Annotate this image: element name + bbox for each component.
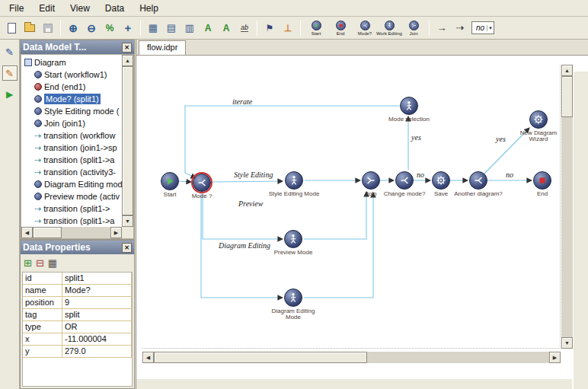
scrollbar-thumb[interactable] xyxy=(154,352,367,363)
zoom-in-icon[interactable]: ⊕ xyxy=(65,19,81,37)
menu-data[interactable]: Data xyxy=(97,1,132,16)
toolbar-separator xyxy=(300,21,301,36)
node-label: Style Editing Mode xyxy=(268,191,320,197)
property-row: type OR xyxy=(23,321,132,333)
edge-label: iterate xyxy=(232,97,252,106)
save-icon[interactable] xyxy=(40,19,56,37)
tree-item[interactable]: ⇢transition (workflow xyxy=(21,129,122,142)
chevron-down-icon: ▾ xyxy=(487,25,492,31)
layout-graph-icon[interactable]: A xyxy=(218,19,235,37)
editor-body: iterateStyle EditingPreviewDiagram Editi… xyxy=(136,56,588,389)
tab-flow-idpr[interactable]: flow.idpr xyxy=(139,40,186,55)
add-property-icon[interactable]: ⊞ xyxy=(24,258,32,268)
scrollbar-thumb[interactable] xyxy=(122,66,133,215)
close-icon[interactable]: ✕ xyxy=(122,243,132,253)
scroll-left-button[interactable]: ◀ xyxy=(142,352,154,363)
property-value[interactable]: Mode? xyxy=(62,285,132,296)
palette-mode-button[interactable]: Mode? xyxy=(353,21,376,36)
tree-body: DiagramStart (workflow1)End (end1)Mode? … xyxy=(21,54,134,239)
palette-join-button[interactable]: Join xyxy=(402,21,425,36)
property-value[interactable]: -11.000004 xyxy=(62,333,132,345)
transition-tool-icon[interactable]: → xyxy=(433,19,450,37)
tree-item-label: End (end1) xyxy=(44,82,85,91)
transition-icon: ⇢ xyxy=(34,144,41,151)
tree-item[interactable]: Start (workflow1) xyxy=(21,69,122,81)
tree-item[interactable]: Diagram xyxy=(21,56,122,69)
tree-item[interactable]: Join (join1) xyxy=(21,117,122,129)
palette-label: Join xyxy=(409,31,417,36)
edge-label: yes xyxy=(411,133,421,142)
transition-icon: ⇢ xyxy=(34,217,41,225)
transition-icon: ⇢ xyxy=(34,132,41,139)
align-horizontal-icon[interactable]: ▤ xyxy=(163,19,180,37)
diagram-canvas[interactable]: iterateStyle EditingPreviewDiagram Editi… xyxy=(142,65,561,349)
scrollbar-thumb[interactable] xyxy=(561,76,573,117)
palette-work-editing-button[interactable]: Work Editing xyxy=(378,21,401,36)
tree-item[interactable]: Preview mode (activ xyxy=(21,190,122,202)
person-icon xyxy=(386,22,393,29)
transition-icon: ⇢ xyxy=(34,156,41,164)
menu-help[interactable]: Help xyxy=(132,1,166,16)
property-value[interactable]: OR xyxy=(62,321,132,333)
tree-item[interactable]: End (end1) xyxy=(21,81,122,93)
properties-table: id split1 name Mode? position 9 tag spli… xyxy=(22,272,133,387)
split-icon xyxy=(196,177,208,189)
tree-item[interactable]: ⇢transition (split1->a xyxy=(21,154,122,166)
palette-end-button[interactable]: End xyxy=(329,21,352,36)
property-value[interactable]: 9 xyxy=(62,297,132,308)
tree-item[interactable]: Diagram Editing mod xyxy=(21,178,122,190)
property-key: tag xyxy=(23,309,62,320)
transition-label-combo[interactable]: no ▾ xyxy=(471,21,494,34)
scroll-up-button[interactable]: ▲ xyxy=(122,55,133,66)
tree-item[interactable]: Style Editing mode ( xyxy=(21,105,122,117)
property-value[interactable]: split1 xyxy=(62,273,132,284)
tree-item[interactable]: ⇢transition (activity3- xyxy=(21,166,122,178)
node-label: Mode selection xyxy=(383,116,435,123)
edge-label: Style Editing xyxy=(234,171,273,179)
tree-item[interactable]: ⇢transition (join1->sp xyxy=(21,142,122,154)
edit-mode-button[interactable]: ✎ xyxy=(2,44,18,59)
zoom-percent-icon[interactable]: % xyxy=(101,19,118,37)
tree: DiagramStart (workflow1)End (end1)Mode? … xyxy=(21,55,122,227)
scroll-up-button[interactable]: ▲ xyxy=(561,65,573,76)
scroll-right-button[interactable]: ▶ xyxy=(110,227,122,238)
scrollbar-thumb[interactable] xyxy=(33,227,62,238)
tree-item-label: Start (workflow1) xyxy=(44,70,107,79)
tree-item[interactable]: Mode? (split1) xyxy=(21,93,122,105)
new-file-icon[interactable] xyxy=(3,19,20,37)
canvas-horizontal-scrollbar: ◀ ▶ xyxy=(142,352,561,363)
tree-item[interactable]: ⇢transition (split1->a xyxy=(21,215,122,227)
transition-icon: ⇢ xyxy=(34,168,41,176)
zoom-out-icon[interactable]: ⊖ xyxy=(83,19,100,37)
align-vertical-icon[interactable]: ▥ xyxy=(181,19,198,37)
scroll-down-button[interactable]: ▼ xyxy=(561,337,573,349)
close-icon[interactable]: ✕ xyxy=(122,43,132,53)
remove-property-icon[interactable]: ⊟ xyxy=(36,258,44,268)
run-button[interactable]: ▶ xyxy=(2,87,18,102)
property-value[interactable]: 279.0 xyxy=(62,346,132,357)
flag-icon[interactable]: ⚑ xyxy=(261,19,278,37)
layout-tree-icon[interactable]: A xyxy=(200,19,216,37)
grid-icon[interactable]: ▦ xyxy=(145,19,161,37)
tree-item-label: Mode? (split1) xyxy=(44,94,101,104)
property-value[interactable]: split xyxy=(62,309,132,320)
tree-item-label: transition (activity3- xyxy=(43,167,116,177)
menu-edit[interactable]: Edit xyxy=(31,1,62,16)
pan-tool-icon[interactable]: + xyxy=(120,19,136,37)
draw-mode-button[interactable]: ✎ xyxy=(2,65,18,81)
node-label: New Diagram Wizard xyxy=(513,130,564,142)
menu-view[interactable]: View xyxy=(62,1,97,16)
connector-tool-icon[interactable]: ⊥ xyxy=(280,19,296,37)
scroll-left-button[interactable]: ◀ xyxy=(21,227,33,238)
scroll-right-button[interactable]: ▶ xyxy=(549,352,561,363)
polyline-transition-tool-icon[interactable]: ⇢ xyxy=(452,19,468,37)
label-tool-icon[interactable]: ab xyxy=(236,19,253,37)
node-label: Another diagram? xyxy=(452,191,504,197)
tree-item[interactable]: ⇢transition (split1-> xyxy=(21,202,122,215)
palette-start-button[interactable]: Start xyxy=(305,21,328,36)
scroll-down-button[interactable]: ▼ xyxy=(122,215,133,227)
property-row: x -11.000004 xyxy=(23,333,132,346)
table-view-icon[interactable]: ▦ xyxy=(48,258,57,268)
menu-file[interactable]: File xyxy=(2,1,31,16)
open-folder-icon[interactable] xyxy=(21,19,38,37)
